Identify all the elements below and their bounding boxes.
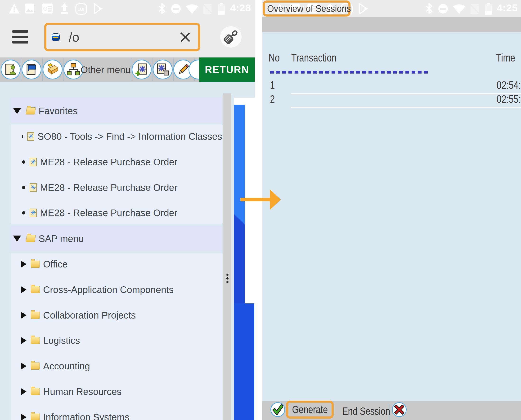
tree-node-transaction[interactable]: ✳ ME28 - Release Purchase Order: [11, 149, 222, 175]
play-store-icon: [359, 3, 369, 14]
confirm-button[interactable]: [271, 402, 285, 417]
row-separator: [291, 93, 521, 94]
battery-icon: [485, 3, 492, 15]
upload-icon: [60, 3, 69, 14]
row-no: 2: [270, 93, 275, 105]
toolbar-divider: [21, 58, 21, 81]
tree-node-transaction[interactable]: ✳ SO80 - Tools -> Find -> Information Cl…: [11, 124, 222, 149]
transaction-icon: ✳: [30, 183, 37, 192]
cleanup-tool-button[interactable]: [220, 26, 241, 47]
transaction-icon: ✳: [27, 132, 34, 141]
closed-folder-icon: [31, 414, 40, 420]
open-folder-icon: [26, 235, 36, 242]
background-blue-graphic-wide: [234, 303, 254, 420]
other-menu-button[interactable]: Other menu: [80, 65, 131, 75]
assign-users-button[interactable]: [1, 60, 21, 79]
background-blue-graphic-dark: [234, 214, 245, 303]
left-app-window: G LUI: [0, 0, 255, 420]
expand-caret-icon[interactable]: [21, 362, 27, 370]
battery-icon: [218, 3, 225, 15]
collapse-caret-icon[interactable]: [13, 108, 21, 114]
search-value: /o: [69, 30, 180, 45]
screen-title-highlight: Overview of Sessions: [263, 0, 350, 16]
expand-caret-icon[interactable]: [21, 337, 27, 344]
search-input[interactable]: /o: [44, 23, 200, 51]
column-header-no: No: [269, 51, 280, 64]
svg-text:G: G: [43, 5, 48, 12]
tree-node-favorites[interactable]: Favorites: [11, 98, 222, 124]
toolbar-divider: [152, 58, 153, 81]
closed-folder-icon: [31, 388, 40, 395]
row-time: 02:54:: [497, 79, 521, 91]
flag-document-button[interactable]: [22, 60, 41, 79]
tree-node-sap-menu[interactable]: SAP menu: [11, 226, 222, 251]
play-store-icon: [93, 3, 104, 14]
liquid-ui-logo-icon: [52, 33, 60, 41]
tree-node-transaction[interactable]: ✳ ME28 - Release Purchase Order: [11, 175, 222, 200]
delete-favorite-button[interactable]: [153, 60, 173, 79]
warning-icon: [9, 3, 20, 14]
generate-button[interactable]: Generate: [292, 404, 327, 415]
tree-node-transaction[interactable]: ✳ ME28 - Release Purchase Order: [11, 200, 222, 226]
clock-time: 4:28: [230, 2, 251, 14]
expand-caret-icon[interactable]: [21, 261, 27, 268]
generate-button-highlight: Generate: [286, 401, 334, 419]
column-header-transaction: Transaction: [291, 51, 336, 64]
separator-dashed-line: [270, 71, 428, 74]
tree-node-folder[interactable]: Office: [11, 251, 222, 277]
bottom-toolbar: Generate End Session: [262, 401, 521, 420]
tree-node-folder[interactable]: Human Resources: [11, 379, 222, 404]
left-status-bar: G LUI: [0, 0, 255, 17]
annotation-arrow-icon: [270, 189, 281, 210]
photo-icon: [25, 3, 35, 14]
clear-search-icon[interactable]: [180, 32, 190, 42]
closed-folder-icon: [31, 312, 40, 319]
drag-handle-icon[interactable]: [226, 274, 229, 283]
cancel-button[interactable]: [392, 402, 407, 417]
expand-caret-icon[interactable]: [21, 312, 27, 319]
clock-time: 4:25: [497, 2, 518, 14]
do-not-disturb-icon: [438, 4, 448, 14]
transaction-icon: ✳: [30, 158, 37, 166]
tree-node-folder[interactable]: Cross-Application Components: [11, 277, 222, 302]
row-no: 1: [270, 79, 275, 91]
collapse-caret-icon[interactable]: [13, 236, 21, 242]
expand-caret-icon[interactable]: [21, 414, 27, 420]
sap-toolbar: Other menu RETURN: [0, 58, 255, 82]
do-not-disturb-icon: [171, 4, 181, 14]
end-session-button[interactable]: End Session: [342, 405, 390, 417]
tree-node-folder[interactable]: Logistics: [11, 328, 222, 353]
annotation-arrow-line: [240, 198, 271, 201]
bullet-icon: [22, 160, 25, 164]
documentation-button[interactable]: [43, 60, 62, 79]
tree-node-folder[interactable]: Collaboration Projects: [11, 302, 222, 328]
column-header-time: Time: [496, 51, 515, 64]
row-time: 02:55:: [497, 93, 521, 105]
bluetooth-icon: [426, 3, 432, 14]
add-favorite-button[interactable]: [132, 60, 152, 79]
closed-folder-icon: [31, 261, 40, 268]
bullet-icon: [22, 211, 25, 215]
tree-node-folder[interactable]: Information Systems: [11, 404, 222, 420]
tree-scrollbar[interactable]: [223, 93, 231, 420]
hamburger-menu-button[interactable]: [12, 30, 28, 44]
toolbar-divider: [131, 58, 132, 81]
wifi-icon: [453, 4, 466, 14]
tree-node-folder[interactable]: Accounting: [11, 353, 222, 379]
row-separator: [291, 107, 521, 108]
screen-title-bar: [262, 17, 521, 32]
bluetooth-icon: [159, 3, 165, 14]
return-button[interactable]: RETURN: [199, 58, 255, 82]
svg-text:LUI: LUI: [78, 7, 84, 12]
closed-folder-icon: [31, 337, 40, 344]
closed-folder-icon: [31, 362, 40, 370]
bullet-icon: [22, 135, 23, 138]
screenshot-root: G LUI: [0, 0, 521, 420]
wifi-icon: [186, 4, 198, 14]
no-sim-icon: [202, 4, 213, 15]
open-folder-icon: [26, 107, 36, 114]
no-sim-icon: [469, 4, 480, 15]
expand-caret-icon[interactable]: [21, 286, 27, 293]
expand-caret-icon[interactable]: [21, 388, 27, 395]
bullet-icon: [22, 186, 25, 189]
